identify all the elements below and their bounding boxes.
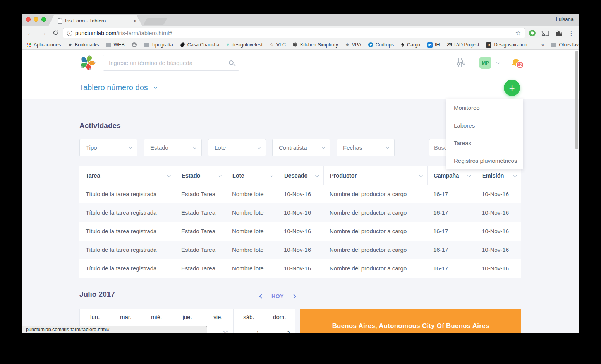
calendar-day-cell[interactable]: 1: [234, 325, 264, 333]
bookmark-aplicaciones[interactable]: Aplicaciones: [27, 42, 61, 48]
bookmarks-overflow-chevron[interactable]: »: [541, 42, 544, 48]
table-cell-emisi-n: 10-Nov-16: [476, 259, 521, 278]
table-row[interactable]: Título de la tarea registradaEstado Tare…: [79, 185, 521, 203]
cast-icon[interactable]: [541, 30, 549, 36]
filters-sliders-icon[interactable]: [456, 58, 466, 68]
bookmark-label: VLC: [276, 42, 286, 48]
menu-item-monitoreo[interactable]: Monitoreo: [446, 99, 523, 117]
bookmark-star-icon[interactable]: ☆: [515, 29, 521, 37]
bookmark-bookmarks[interactable]: ★Bookmarks: [68, 42, 99, 48]
filter-label: Lote: [215, 144, 226, 151]
filter-lote[interactable]: Lote: [208, 139, 266, 156]
add-button[interactable]: +: [504, 80, 520, 96]
new-tab-button[interactable]: [143, 18, 167, 25]
global-search-input[interactable]: [109, 60, 229, 66]
column-header-lote[interactable]: Lote: [226, 166, 278, 185]
filter-tipo[interactable]: Tipo: [79, 139, 137, 156]
column-header-deseado[interactable]: Deseado: [278, 166, 323, 185]
column-label: Productor: [330, 173, 357, 179]
bookmark-vpa[interactable]: ★VPA: [345, 42, 361, 48]
board-title[interactable]: Tablero número dos: [79, 83, 148, 92]
filter-contratista[interactable]: Contratista: [272, 139, 330, 156]
calendar-today-button[interactable]: HOY: [271, 293, 284, 299]
tab-close-icon[interactable]: ×: [134, 18, 137, 24]
url-text[interactable]: punctumlab.com/iris-farm/tablero.html#: [75, 30, 513, 36]
bookmark-casa-chaucha[interactable]: Casa Chaucha: [180, 42, 220, 48]
iris-farm-logo-icon[interactable]: [79, 55, 96, 71]
scrollbar-thumb[interactable]: [575, 51, 578, 149]
table-row[interactable]: Título de la tarea registradaEstado Tare…: [79, 241, 521, 259]
bookmark-kitchen-simplicity[interactable]: Kitchen Simplicity: [293, 42, 338, 48]
green-extension-icon[interactable]: [529, 30, 536, 36]
bookmark-label: VPA: [352, 42, 361, 48]
bookmark-label: Aplicaciones: [34, 42, 61, 48]
column-label: Lote: [232, 173, 244, 179]
table-row[interactable]: Título de la tarea registradaEstado Tare…: [79, 259, 521, 278]
filter-estado[interactable]: Estado: [144, 139, 202, 156]
minimize-window-button[interactable]: [34, 17, 38, 22]
bookmark-label: Casa Chaucha: [187, 42, 220, 48]
bookmark-label: Kitchen Simplicity: [300, 42, 338, 48]
zoom-window-button[interactable]: [41, 17, 46, 22]
browser-profile-name[interactable]: Luisana: [556, 16, 574, 22]
close-window-button[interactable]: [26, 17, 31, 22]
table-row[interactable]: Título de la tarea registradaEstado Tare…: [79, 203, 521, 222]
bookmark-monster-favicon-icon[interactable]: [132, 42, 137, 47]
drop-circle-icon: [368, 42, 373, 47]
bookmark-designlovefest[interactable]: ♥designlovefest: [226, 42, 263, 48]
bookmark-web[interactable]: WEB: [106, 42, 124, 48]
sort-chevron-icon: [315, 173, 319, 177]
tv-extension-icon[interactable]: [555, 30, 562, 36]
bookmark-cargo[interactable]: Cargo: [401, 42, 420, 48]
bookmark-label: Cargo: [407, 42, 420, 48]
apps-grid-icon: [27, 43, 31, 47]
calendar-next-icon[interactable]: [292, 294, 296, 298]
browser-menu-icon[interactable]: ⋮: [568, 29, 574, 37]
bookmark-tipograf-a[interactable]: Tipografía: [144, 42, 173, 48]
avatar[interactable]: MP: [479, 57, 491, 69]
weekday-s-b: sáb.: [234, 309, 264, 325]
chevron-down-icon: [321, 145, 325, 149]
menu-item-labores[interactable]: Labores: [446, 117, 523, 135]
address-bar[interactable]: i punctumlab.com/iris-farm/tablero.html#…: [63, 28, 525, 38]
table-cell-emisi-n: 10-Nov-16: [476, 203, 521, 222]
column-label: Tarea: [86, 173, 100, 179]
notifications-button[interactable]: 12: [512, 59, 521, 67]
table-row[interactable]: Título de la tarea registradaEstado Tare…: [79, 222, 521, 241]
table-cell-estado: Estado Tarea: [175, 241, 226, 259]
browser-tab[interactable]: Iris Farm - Tablero ×: [48, 15, 142, 26]
menu-item-tareas[interactable]: Tareas: [446, 134, 523, 152]
bookmark-designspiration[interactable]: DDesignspiration: [486, 42, 527, 48]
back-button[interactable]: ←: [27, 29, 34, 37]
column-header-tarea[interactable]: Tarea: [79, 166, 175, 185]
forward-button[interactable]: →: [39, 29, 47, 37]
user-menu[interactable]: MP: [479, 57, 499, 69]
search-icon[interactable]: [229, 60, 234, 65]
column-header-estado[interactable]: Estado: [175, 166, 226, 185]
table-cell-emisi-n: 10-Nov-16: [476, 241, 521, 259]
filter-fechas[interactable]: Fechas: [337, 139, 395, 156]
weekday-dom: dom.: [264, 309, 295, 325]
table-cell-tarea: Título de la tarea registrada: [79, 241, 175, 259]
bookmark-codrops[interactable]: Codrops: [368, 42, 394, 48]
bookmark-tad-project[interactable]: 29TAD Project: [447, 42, 479, 48]
bookmark-ih[interactable]: IHIH: [427, 42, 440, 48]
sort-chevron-icon: [513, 173, 517, 177]
url-host: punctumlab.com: [75, 30, 116, 36]
table-cell-lote: Nombre lote: [226, 185, 278, 203]
calendar-day-cell[interactable]: 30: [203, 325, 234, 333]
chevron-down-icon: [193, 145, 197, 149]
column-header-productor[interactable]: Productor: [323, 166, 427, 185]
sort-chevron-icon: [218, 173, 222, 177]
menu-item-registros-pluviom-tricos[interactable]: Registros pluviométricos: [446, 152, 523, 170]
other-favorites-folder[interactable]: Otros favoritos: [551, 42, 579, 48]
calendar-prev-icon[interactable]: [259, 294, 263, 298]
calendar-month-title: Julio 2017: [79, 290, 115, 299]
calendar-weekday-row: lun.mar.mié.jue.vie.sáb.dom.: [79, 309, 295, 325]
add-dropdown-menu: MonitoreoLaboresTareasRegistros pluviomé…: [446, 99, 523, 169]
page-info-icon[interactable]: i: [67, 31, 72, 36]
board-chevron-down-icon[interactable]: [153, 85, 158, 89]
reload-button[interactable]: [52, 29, 59, 37]
bookmark-vlc[interactable]: ☆VLC: [270, 42, 286, 48]
calendar-day-cell[interactable]: 2: [264, 325, 295, 333]
